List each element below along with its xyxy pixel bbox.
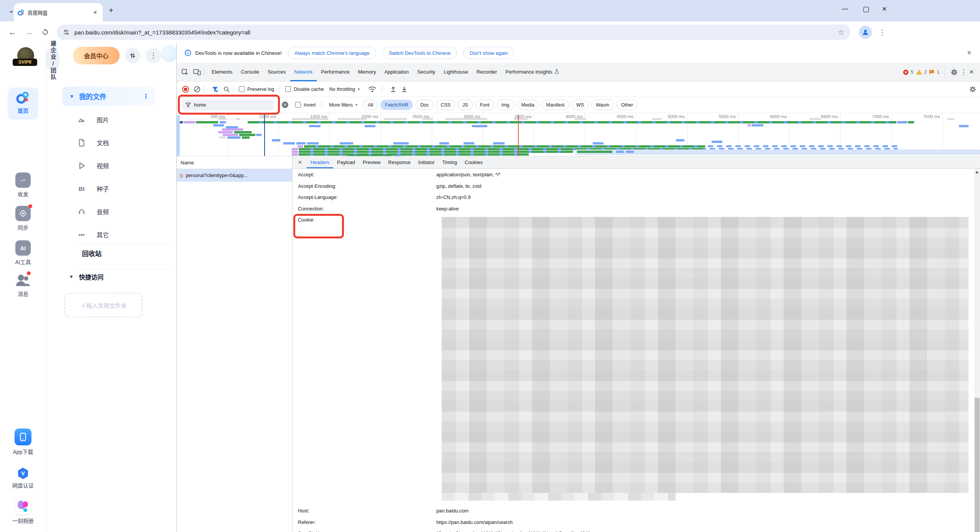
filter-input[interactable]: home [182,100,273,110]
header-name[interactable]: Accept: [293,172,436,182]
detail-tab-initiator[interactable]: Initiator [414,156,439,168]
bookmark-star-icon[interactable]: ☆ [838,28,844,37]
preserve-log-label[interactable]: Preserve log [247,87,274,92]
network-overview-timeline[interactable]: 500 ms1000 ms1500 ms2000 ms2500 ms3000 m… [177,113,980,156]
throttling-select[interactable]: No throttling ▾ [329,87,360,92]
clear-network-log-icon[interactable] [194,86,201,93]
export-har-icon[interactable] [401,86,408,92]
scrollbar[interactable] [974,169,980,532]
close-detail-icon[interactable]: ✕ [298,159,302,165]
tab-close-icon[interactable]: ✕ [92,10,99,15]
sidebar-item-photo-album[interactable]: 一刻相册 [0,498,46,524]
sidebar-item-sync[interactable]: 同步 [0,206,46,231]
chevron-down-icon[interactable]: ▼ [69,94,74,99]
filter-chip-manifest[interactable]: Manifest [542,100,569,110]
devtools-close-icon[interactable]: ✕ [969,69,974,76]
preserve-log-checkbox[interactable] [239,86,245,92]
window-minimize-button[interactable]: — [842,5,848,12]
header-value[interactable]: pan.baidu.com [436,508,469,519]
devtools-menu-icon[interactable]: ⋮ [960,68,967,76]
invert-checkbox[interactable] [295,102,301,108]
tree-item-recycle-bin[interactable]: 回收站 [82,248,102,258]
console-error-icon[interactable] [903,69,909,75]
network-conditions-icon[interactable] [368,86,377,92]
url-bar[interactable]: pan.baidu.com/disk/main?_at_=17338833035… [57,25,850,40]
search-icon[interactable] [223,86,230,93]
devtools-tab-elements[interactable]: Elements [207,63,237,81]
forward-icon[interactable]: → [25,28,33,37]
back-icon[interactable]: ← [8,28,16,37]
tree-item-torrents[interactable]: Bt种子 [77,182,173,195]
transfer-list-button[interactable] [125,48,140,63]
network-settings-gear-icon[interactable] [969,86,976,93]
create-team-tag[interactable]: 建企业/团队 [49,41,57,131]
header-name[interactable]: Cookie: [293,217,436,228]
quick-access-drop-zone[interactable]: ＋拖入常用文件夹 [64,293,143,317]
devtools-tab-network[interactable]: Network [290,63,317,81]
tree-item-audio[interactable]: 音频 [77,205,173,218]
infobar-button[interactable]: Switch DevTools to Chinese [382,47,457,59]
browser-profile-avatar[interactable] [859,26,872,39]
infobar-button[interactable]: Always match Chrome's language [288,47,376,59]
filter-chip-font[interactable]: Font [475,100,494,110]
sidebar-item-home[interactable]: 首页 [0,90,46,114]
filter-chip-js[interactable]: JS [458,100,473,110]
tree-item-videos[interactable]: 视频 [77,159,173,172]
devtools-tab-memory[interactable]: Memory [354,63,380,81]
filter-icon[interactable] [212,86,219,92]
tree-item-pictures[interactable]: 图片 [77,113,173,126]
import-har-icon[interactable] [390,86,396,92]
detail-tab-timing[interactable]: Timing [438,156,461,168]
sidebar-item-app-download[interactable]: App下载 [0,429,46,455]
devtools-settings-gear-icon[interactable] [950,69,958,76]
tab-search-chevron-icon[interactable]: ⌄ [8,6,14,15]
assistant-bubble[interactable] [161,45,178,62]
detail-tab-headers[interactable]: Headers [307,156,333,168]
disable-cache-checkbox[interactable] [285,86,291,92]
filter-chip-all[interactable]: All [363,100,378,110]
devtools-tab-recorder[interactable]: Recorder [472,63,501,81]
filter-chip-media[interactable]: Media [517,100,539,110]
infobar-button[interactable]: Don't show again [463,47,514,59]
reload-icon[interactable] [41,28,49,36]
header-value[interactable]: https://pan.baidu.com/aipan/search [436,519,513,530]
filter-chip-ws[interactable]: WS [572,100,589,110]
detail-tab-cookies[interactable]: Cookies [461,156,487,168]
filter-chip-other[interactable]: Other [617,100,638,110]
record-network-log-icon[interactable] [182,86,189,93]
header-value[interactable]: gzip, deflate, br, zstd [436,183,481,194]
console-warning-icon[interactable] [916,69,922,75]
header-name[interactable]: Accept-Encoding: [293,183,436,194]
header-name[interactable]: Referer: [293,519,436,530]
header-name[interactable]: Sec-Ch-Ua: [293,530,436,532]
member-center-button[interactable]: 会员中心 [73,47,120,64]
sidebar-item-share[interactable]: 收发 [0,172,46,198]
header-value[interactable]: "Google Chrome";v="131", "Chromium";v="1… [436,530,590,532]
devtools-tab-sources[interactable]: Sources [263,63,290,81]
chevron-down-icon[interactable]: ▼ [69,274,74,279]
site-settings-icon[interactable] [63,29,70,36]
window-restore-button[interactable] [863,7,869,12]
filter-chip-fetchxhr[interactable]: Fetch/XHR [380,100,413,110]
header-value[interactable]: zh-CN,zh;q=0.9 [436,194,470,205]
devtools-tab-performance[interactable]: Performance [317,63,354,81]
header-name[interactable]: Connection: [293,206,436,217]
devtools-tab-security[interactable]: Security [413,63,439,81]
tree-item-documents[interactable]: 文档 [77,136,173,149]
devtools-tab-performance-insights[interactable]: Performance insights [501,63,564,81]
url-text[interactable]: pan.baidu.com/disk/main?_at_=17338833035… [74,29,250,36]
request-row-selected[interactable]: {} personal?clienttype=0&app... [177,169,292,182]
browser-tab[interactable]: 百度网盘 ✕ [14,3,103,21]
filter-chip-img[interactable]: Img [497,100,514,110]
filter-chip-doc[interactable]: Doc [416,100,433,110]
issues-icon[interactable] [929,69,934,75]
sidebar-item-verification[interactable]: V 网盘认证 [0,468,46,489]
detail-tab-payload[interactable]: Payload [333,156,359,168]
sidebar-item-messages[interactable]: 消息 [0,272,46,297]
tree-item-quick-access[interactable]: ▼ 快捷访问 [69,272,104,281]
filter-value[interactable]: home [194,102,206,108]
filter-chip-wasm[interactable]: Wasm [591,100,614,110]
more-filters-button[interactable]: More filters [329,102,353,108]
devtools-tab-application[interactable]: Application [380,63,413,81]
detail-tab-response[interactable]: Response [384,156,414,168]
